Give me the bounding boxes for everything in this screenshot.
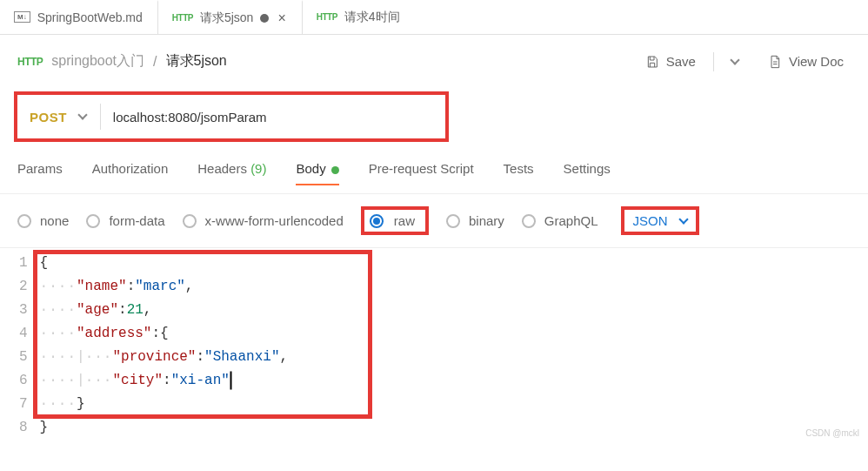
- radio-icon: [183, 214, 197, 228]
- body-type-formdata[interactable]: form-data: [86, 213, 164, 228]
- line-gutter: 1 2 3 4 5 6 7 8: [14, 250, 37, 441]
- code-text: "city": [112, 373, 163, 388]
- save-label: Save: [666, 54, 696, 69]
- tab-body-label: Body: [296, 161, 325, 176]
- code-text: 21: [127, 302, 144, 318]
- radio-label: binary: [469, 213, 504, 228]
- save-dropdown[interactable]: [724, 55, 745, 69]
- highlight-box-request: POST localhost:8080/jsomParam: [14, 91, 449, 142]
- tab-label: 请求5json: [200, 10, 253, 26]
- breadcrumb-separator: /: [153, 54, 157, 70]
- body-type-raw[interactable]: raw: [370, 213, 415, 228]
- tab-headers-label: Headers: [197, 161, 247, 176]
- view-doc-label: View Doc: [789, 54, 844, 69]
- tab-body[interactable]: Body: [296, 156, 338, 185]
- radio-icon: [446, 214, 460, 228]
- save-icon: [645, 55, 659, 69]
- radio-label: x-www-form-urlencoded: [205, 213, 344, 228]
- radio-label: GraphQL: [544, 213, 598, 228]
- tab-headers[interactable]: Headers (9): [197, 156, 266, 185]
- document-icon: [768, 55, 782, 69]
- http-icon: HTTP: [17, 56, 43, 68]
- code-text: "Shaanxi": [204, 349, 279, 365]
- tab-tests[interactable]: Tests: [504, 156, 534, 185]
- tab-request-5json[interactable]: HTTP 请求5json ×: [157, 0, 303, 34]
- radio-icon: [370, 214, 384, 228]
- tab-label: SpringBootWeb.md: [37, 10, 143, 24]
- divider: [713, 52, 714, 71]
- http-method-select[interactable]: POST: [24, 110, 79, 124]
- code-text: "marc": [135, 279, 185, 294]
- active-dot-icon: [331, 166, 339, 174]
- close-icon[interactable]: ×: [276, 10, 287, 26]
- url-input[interactable]: localhost:8080/jsomParam: [113, 110, 438, 124]
- highlight-box-json: JSON: [621, 206, 699, 235]
- headers-count: (9): [250, 161, 266, 176]
- text-cursor: [230, 372, 231, 389]
- body-type-graphql[interactable]: GraphQL: [522, 213, 598, 228]
- breadcrumb: HTTP springboot入门 / 请求5json: [17, 52, 227, 71]
- chevron-down-icon: [730, 55, 739, 64]
- markdown-icon: M↓: [14, 11, 30, 23]
- code-text: }: [77, 396, 85, 412]
- save-button[interactable]: Save: [638, 49, 703, 74]
- chevron-down-icon[interactable]: [77, 110, 87, 119]
- radio-icon: [86, 214, 100, 228]
- highlight-box-raw: raw: [361, 206, 429, 235]
- code-text: "province": [112, 349, 196, 365]
- code-text: "name": [77, 279, 127, 294]
- radio-label: none: [40, 213, 69, 228]
- unsaved-dot-icon: [260, 14, 269, 23]
- code-text: }: [40, 420, 49, 435]
- code-text: "age": [77, 302, 118, 318]
- tab-settings[interactable]: Settings: [564, 156, 611, 185]
- toolbar-right: Save View Doc: [638, 49, 851, 74]
- tab-params[interactable]: Params: [17, 156, 63, 185]
- code-area[interactable]: { ····"name":"marc", ····"age":21, ····"…: [37, 250, 288, 441]
- radio-icon: [17, 214, 31, 228]
- radio-label: form-data: [109, 213, 164, 228]
- raw-format-select[interactable]: JSON: [633, 213, 668, 228]
- tab-label: 请求4时间: [344, 10, 400, 25]
- divider: [100, 104, 101, 130]
- code-text: {: [40, 255, 49, 271]
- watermark: CSDN @mckl: [805, 428, 859, 438]
- body-editor[interactable]: 1 2 3 4 5 6 7 8 { ····"name":"marc", ···…: [0, 247, 868, 441]
- editor-tabs: M↓ SpringBootWeb.md HTTP 请求5json × HTTP …: [0, 0, 868, 35]
- request-subtabs: Params Authorization Headers (9) Body Pr…: [0, 156, 868, 194]
- toolbar: HTTP springboot入门 / 请求5json Save View Do…: [0, 35, 868, 91]
- request-row: POST localhost:8080/jsomParam: [14, 91, 854, 142]
- http-icon: HTTP: [172, 13, 193, 23]
- breadcrumb-current: 请求5json: [166, 52, 227, 71]
- view-doc-button[interactable]: View Doc: [761, 49, 851, 74]
- body-type-binary[interactable]: binary: [446, 213, 504, 228]
- breadcrumb-parent[interactable]: springboot入门: [51, 52, 144, 71]
- body-type-none[interactable]: none: [17, 213, 69, 228]
- radio-label: raw: [394, 213, 415, 228]
- chevron-down-icon[interactable]: [678, 214, 688, 224]
- http-icon: HTTP: [317, 12, 337, 22]
- body-type-row: none form-data x-www-form-urlencoded raw…: [0, 194, 868, 247]
- tab-prerequest[interactable]: Pre-request Script: [369, 156, 474, 185]
- radio-icon: [522, 214, 536, 228]
- code-text: "xi-an": [171, 373, 230, 388]
- tab-file-md[interactable]: M↓ SpringBootWeb.md: [0, 0, 157, 34]
- tab-authorization[interactable]: Authorization: [92, 156, 169, 185]
- code-text: "address": [77, 326, 151, 341]
- tab-request-4time[interactable]: HTTP 请求4时间: [303, 0, 415, 34]
- body-type-urlencoded[interactable]: x-www-form-urlencoded: [183, 213, 344, 228]
